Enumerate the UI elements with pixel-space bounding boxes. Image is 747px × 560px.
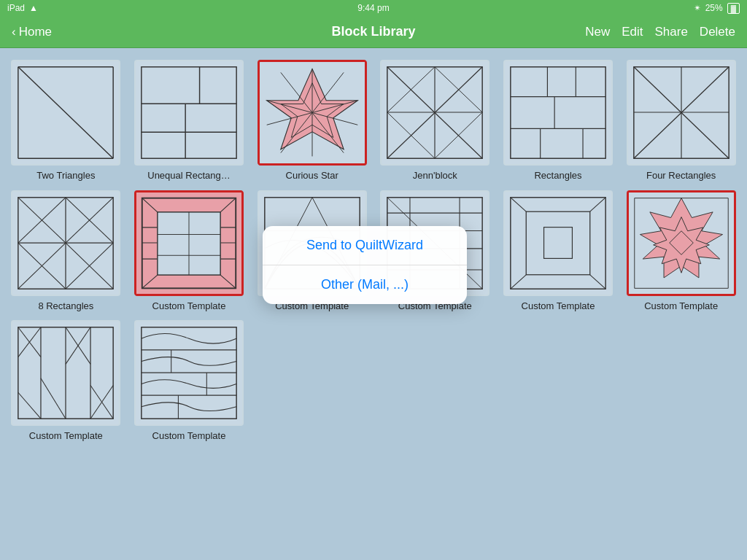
share-popup: Send to QuiltWizard Other (Mail, ...) — [263, 226, 467, 304]
other-mail-button[interactable]: Other (Mail, ...) — [263, 265, 467, 304]
popup-overlay[interactable]: Send to QuiltWizard Other (Mail, ...) — [0, 0, 747, 560]
send-to-quiltwizard-button[interactable]: Send to QuiltWizard — [263, 226, 467, 265]
